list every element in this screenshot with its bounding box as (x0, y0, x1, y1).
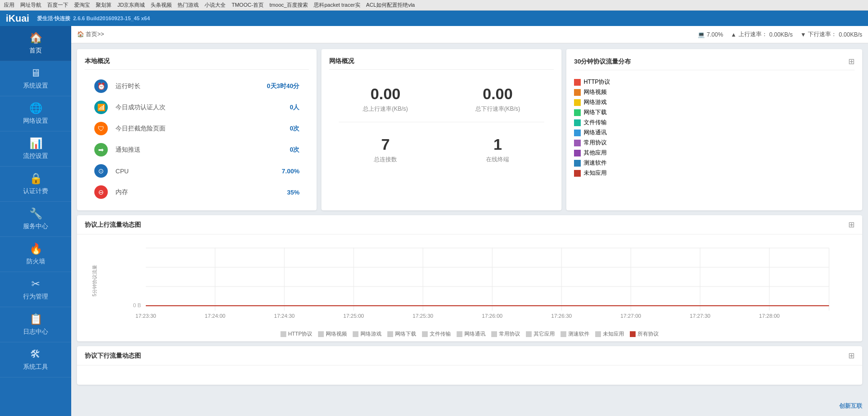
sidebar-item-behavior[interactable]: ✂ 行为管理 (0, 272, 71, 307)
sidebar-item-auth[interactable]: 🔒 认证计费 (0, 167, 71, 202)
sidebar-item-log[interactable]: 📋 日志中心 (0, 307, 71, 342)
svg-text:17:27:30: 17:27:30 (690, 313, 711, 319)
local-overview-title: 本地概况 (85, 57, 309, 70)
legend-sq-unknown (595, 331, 601, 337)
browser-tab[interactable]: tmooc_百度搜索 (269, 1, 308, 9)
legend-game: 网络游戏 (574, 98, 855, 106)
protocol-dist-title: 30分钟协议流量分布 (574, 57, 631, 66)
legend-color-common (574, 140, 581, 146)
browser-tab[interactable]: 头条视频 (151, 1, 172, 9)
legend-text-netdownload: 网络下载 (395, 330, 416, 338)
home-icon: 🏠 (29, 32, 42, 44)
browser-tab[interactable]: 应用 (4, 1, 14, 9)
online-terminals-label: 在线终端 (486, 156, 509, 164)
sidebar-item-system[interactable]: 🖥 系统设置 (0, 61, 71, 96)
svg-text:17:28:00: 17:28:00 (759, 313, 780, 319)
upload-speed-stat: 0.00 总上行速率(KB/s) (363, 85, 408, 113)
browser-tab[interactable]: 网址导航 (20, 1, 41, 9)
sidebar-item-network[interactable]: 🌐 网络设置 (0, 96, 71, 131)
legend-sq-netdownload (387, 331, 393, 337)
mem-label: 内存 (115, 188, 287, 196)
legend-text-unknown: 未知应用 (603, 330, 624, 338)
browser-tab[interactable]: 爱淘宝 (74, 1, 90, 9)
legend-text-all: 所有协议 (638, 330, 659, 338)
browser-tab[interactable]: TMOOC-首页 (231, 1, 264, 9)
browser-tab[interactable]: JD京东商城 (117, 1, 145, 9)
tools-icon: 🛠 (30, 348, 41, 361)
app-version: 2.6.6 Build20160923-15_45 x64 (73, 15, 150, 21)
blocked-icon: 🛡 (94, 122, 108, 135)
upload-chart-svg: 0 B 17 (101, 238, 855, 325)
sidebar-label-flow: 流控设置 (23, 152, 48, 160)
connections-stat: 7 总连接数 (374, 136, 397, 164)
auth-users-value: 0人 (290, 103, 299, 112)
overview-table: ⏰ 运行时长 0天3时40分 📶 今日成功认证人次 0人 🛡 今日拦截危险页面 (85, 76, 309, 203)
sidebar-item-tools[interactable]: 🛠 系统工具 (0, 342, 71, 377)
upload-chart-header: 协议上行流量动态图 ⊞ (77, 215, 862, 234)
status-items: 💻 7.00% ▲ 上行速率： 0.00KB/s ▼ 下行速率： 0.00KB/… (698, 30, 862, 39)
legend-color-http (574, 79, 581, 86)
overview-row-cpu: ⊙ CPU 7.00% (85, 160, 309, 182)
legend-label-game: 网络游戏 (584, 98, 607, 106)
legend-label-unknown: 未知应用 (584, 169, 607, 177)
sidebar-item-flow[interactable]: 📊 流控设置 (0, 131, 71, 167)
browser-tab[interactable]: 小说大全 (204, 1, 226, 9)
download-value: 0.00KB/s (839, 31, 862, 38)
grid-icon-upload[interactable]: ⊞ (848, 220, 855, 229)
browser-tab[interactable]: 百度一下 (47, 1, 68, 9)
download-chart-card: 协议下行流量动态图 ⊞ (77, 346, 862, 385)
download-speed-value: 0.00 (475, 85, 520, 103)
sidebar-label-auth: 认证计费 (23, 187, 48, 195)
legend-text-filetransfer: 文件传输 (430, 330, 451, 338)
upload-chart-title: 协议上行流量动态图 (85, 221, 141, 229)
network-divider (339, 122, 544, 122)
local-overview-card: 本地概况 ⏰ 运行时长 0天3时40分 📶 今日成功认证人次 0人 (77, 49, 317, 210)
sidebar-item-home[interactable]: 🏠 首页 (0, 26, 71, 61)
sidebar-label-log: 日志中心 (23, 327, 48, 336)
grid-icon-download[interactable]: ⊞ (848, 351, 855, 360)
legend-color-filetransfer (574, 119, 581, 126)
upload-icon: ▲ (731, 31, 737, 38)
browser-tab[interactable]: 思科packet tracer实 (314, 1, 360, 9)
network-stats-top: 0.00 总上行速率(KB/s) 0.00 总下行速率(KB/s) (329, 76, 553, 118)
network-overview-title: 网络概况 (329, 57, 553, 70)
legend-color-speedtest (574, 160, 581, 167)
legend-label-video: 网络视频 (584, 88, 607, 96)
browser-tab[interactable]: 聚划算 (96, 1, 112, 9)
blocked-label: 今日拦截危险页面 (115, 124, 290, 133)
sidebar-label-home: 首页 (29, 46, 42, 55)
svg-text:17:26:00: 17:26:00 (482, 313, 503, 319)
main-content: 🏠 首页>> 💻 7.00% ▲ 上行速率： 0.00KB/s ▼ 下行速率： … (71, 26, 868, 416)
legend-item-otherapp: 其它应用 (526, 330, 555, 338)
upload-chart-area: 5分钟协议流量 0 B (77, 234, 862, 326)
notify-value: 0次 (290, 145, 299, 154)
svg-text:17:27:00: 17:27:00 (621, 313, 641, 319)
breadcrumb: 🏠 首页>> (77, 30, 698, 39)
cpu-status: 💻 7.00% (698, 31, 723, 38)
upload-label: 上行速率： (739, 30, 767, 39)
sidebar-item-firewall[interactable]: 🔥 防火墙 (0, 237, 71, 272)
online-terminals-stat: 1 在线终端 (486, 136, 509, 164)
legend-netcomm: 网络通讯 (574, 129, 855, 137)
cpu-label: CPU (115, 168, 282, 175)
sidebar-label-service: 服务中心 (23, 222, 48, 231)
legend-unknown: 未知应用 (574, 169, 855, 177)
browser-bar: 应用 网址导航 百度一下 爱淘宝 聚划算 JD京东商城 头条视频 热门游戏 小说… (0, 0, 868, 11)
upload-chart-card: 协议上行流量动态图 ⊞ 5分钟协议流量 0 B (77, 215, 862, 341)
svg-text:17:25:00: 17:25:00 (344, 313, 364, 319)
upload-speed-label: 总上行速率(KB/s) (363, 105, 408, 113)
legend-label-speedtest: 测速软件 (584, 159, 607, 167)
grid-icon-protocol[interactable]: ⊞ (848, 57, 855, 66)
svg-text:17:24:00: 17:24:00 (205, 313, 226, 319)
legend-item-netdownload: 网络下载 (387, 330, 416, 338)
connections-value: 7 (374, 136, 397, 154)
browser-tab[interactable]: 热门游戏 (178, 1, 199, 9)
notify-label: 通知推送 (115, 145, 290, 154)
legend-text-game: 网络游戏 (360, 330, 382, 338)
sidebar-item-service[interactable]: 🔧 服务中心 (0, 202, 71, 237)
overview-row-auth: 📶 今日成功认证人次 0人 (85, 97, 309, 118)
upload-value: 0.00KB/s (769, 31, 793, 38)
browser-tab[interactable]: ACL如何配置拒绝vla (366, 1, 415, 9)
legend-common: 常用协议 (574, 139, 855, 147)
app-logo: iKuai (6, 13, 29, 24)
